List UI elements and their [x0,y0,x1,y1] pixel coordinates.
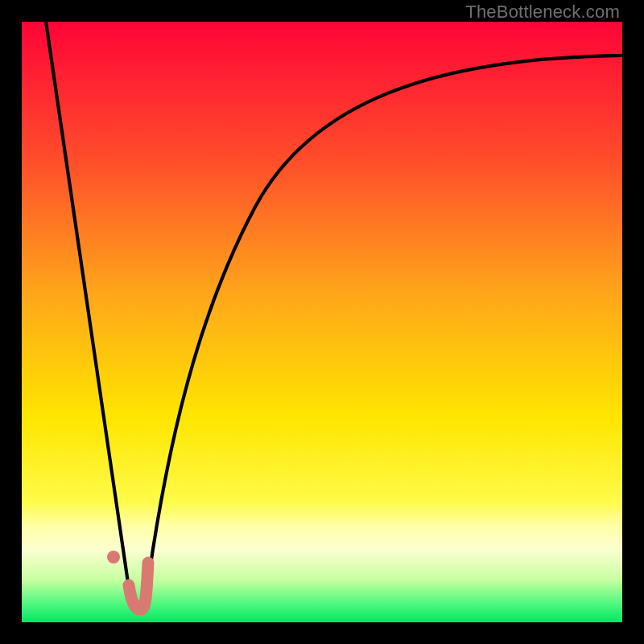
curve-left-branch [46,22,131,605]
highlight-dot [107,551,120,564]
highlight-hook [129,563,148,609]
plot-area [22,22,622,622]
watermark-text: TheBottleneck.com [465,2,620,23]
curve-right-branch [145,56,622,605]
curve-layer [22,22,622,622]
